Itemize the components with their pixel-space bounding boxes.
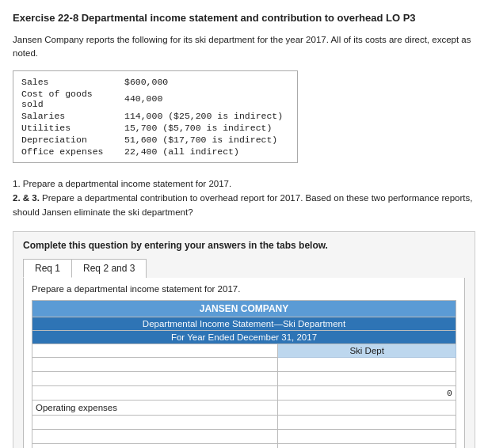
row3-label-input[interactable]: [36, 388, 274, 397]
tab-req1-label: Req 1: [35, 263, 60, 274]
table-row: [32, 415, 456, 429]
table-title-header: Departmental Income Statement—Ski Depart…: [32, 317, 456, 330]
row2-value-input[interactable]: [281, 374, 452, 384]
data-row-label: Office expenses: [21, 146, 124, 158]
data-row-value: 15,700 ($5,700 is indirect): [124, 122, 289, 134]
data-table: Sales$600,000Cost of goods sold440,000Sa…: [13, 70, 298, 163]
table-row: [32, 429, 456, 443]
opex-row2-label[interactable]: [36, 431, 274, 441]
operating-expenses-label: Operating expenses: [36, 403, 117, 412]
table-company-header: JANSEN COMPANY: [32, 300, 456, 317]
data-row-label: Utilities: [21, 122, 124, 134]
data-row-value: $600,000: [124, 76, 289, 88]
row1-label-input[interactable]: [36, 359, 274, 369]
exercise-description: Jansen Company reports the following for…: [13, 33, 475, 61]
tab-instruction: Prepare a departmental income statement …: [32, 284, 456, 294]
table-row: [32, 357, 456, 371]
opex-row2-value[interactable]: [281, 431, 452, 442]
instruction-2-num: 2. & 3.: [13, 193, 40, 203]
question-prompt: Complete this question by entering your …: [23, 240, 465, 251]
table-date-header: For Year Ended December 31, 2017: [32, 330, 456, 344]
table-row: 0: [32, 385, 456, 400]
data-row-value: 22,400 (all indirect): [124, 146, 289, 158]
tabs-row: Req 1 Req 2 and 3: [23, 259, 465, 278]
tab-req23-label: Req 2 and 3: [83, 263, 135, 274]
exercise-title: Exercise 22-8 Departmental income statem…: [13, 11, 475, 25]
question-box: Complete this question by entering your …: [13, 231, 475, 448]
table-row: [32, 371, 456, 385]
data-row-label: Salaries: [21, 110, 124, 122]
table-row-section: Operating expenses: [32, 400, 456, 415]
tab-req1[interactable]: Req 1: [23, 259, 72, 278]
row2-label-input[interactable]: [36, 374, 274, 383]
income-table: JANSEN COMPANY Departmental Income State…: [32, 300, 456, 448]
instructions: 1. Prepare a departmental income stateme…: [13, 177, 475, 220]
opex-row1-label[interactable]: [36, 417, 274, 427]
instruction-2-text: Prepare a departmental contribution to o…: [13, 193, 472, 217]
tab-content: Prepare a departmental income statement …: [23, 278, 465, 448]
opex-row1-value[interactable]: [281, 417, 452, 427]
data-row-label: Cost of goods sold: [21, 88, 124, 110]
data-row-label: Sales: [21, 76, 124, 88]
row1-value-input[interactable]: [281, 359, 452, 370]
data-row-value: 51,600 ($17,700 is indirect): [124, 134, 289, 146]
tab-req23[interactable]: Req 2 and 3: [72, 259, 147, 278]
col-header-ski-dept: Ski Dept: [278, 344, 456, 357]
data-row-value: 114,000 ($25,200 is indirect): [124, 110, 289, 122]
instruction-1-text: Prepare a departmental income statement …: [23, 179, 231, 188]
row3-value: 0: [447, 388, 452, 398]
data-row-value: 440,000: [124, 88, 289, 110]
table-row: [32, 443, 456, 448]
data-row-label: Depreciation: [21, 134, 124, 146]
instruction-1-num: 1.: [13, 179, 21, 188]
